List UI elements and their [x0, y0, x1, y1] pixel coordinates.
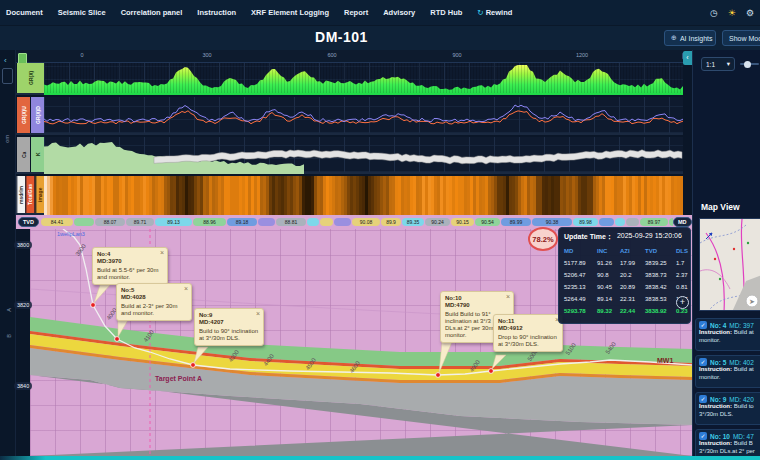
- zoom-ratio-select[interactable]: 1:1▾: [701, 57, 735, 71]
- survey-cell: 22.31: [620, 293, 645, 305]
- card-no: No: 10: [710, 433, 730, 440]
- tvd-ruler-segment: 90.15: [451, 218, 474, 226]
- menu-bar: DocumentSeismic SliceCorrelation panelIn…: [0, 0, 760, 26]
- instruction-callout[interactable]: ×No:5MD:4028Build at 2-3° per 30m and mo…: [116, 283, 192, 321]
- card-instruction: Instruction: Build at: [699, 329, 760, 337]
- menu-item-advisory[interactable]: Advisory: [383, 8, 415, 17]
- tvd-ruler-segment: [258, 218, 275, 226]
- collapse-panel-button[interactable]: ‹: [683, 51, 692, 65]
- callout-text: Drop to 90° inclination at 3°/30m DLS.: [498, 334, 558, 348]
- settings-gear-icon[interactable]: ⚙: [746, 8, 754, 18]
- track-label: Ca: [16, 137, 30, 172]
- scale-slider[interactable]: [740, 63, 759, 65]
- close-icon[interactable]: ×: [160, 250, 164, 256]
- menu-item-correlation-panel[interactable]: Correlation panel: [121, 8, 183, 17]
- track-label: GR(X)U: [16, 97, 30, 133]
- tvd-ruler-label: TVD: [18, 217, 39, 227]
- tvd-ruler-segment: 89.9: [381, 218, 401, 226]
- instruction-callout[interactable]: ×No:9MD:4207Build to 90° inclination at …: [194, 308, 264, 346]
- card-instruction2: monitor.: [699, 337, 760, 345]
- checkbox-checked[interactable]: ✓: [699, 321, 707, 329]
- update-time-label: Update Time：: [564, 232, 613, 242]
- checkbox-checked[interactable]: ✓: [699, 358, 707, 366]
- add-button[interactable]: +: [676, 296, 689, 309]
- tvd-ruler-segment: 89.18: [227, 218, 257, 226]
- card-md: MD: 397: [729, 322, 754, 329]
- checkbox-checked[interactable]: ✓: [699, 395, 707, 403]
- menu-item-rewind[interactable]: ↻Rewind: [477, 8, 512, 17]
- tvd-ruler-segment: 88.07: [95, 218, 125, 226]
- track-label: GR(X)D: [30, 97, 44, 133]
- instruction-card[interactable]: ✓No: 9MD: 420Instruction: Build to3°/30m…: [695, 392, 760, 425]
- track-ca-k[interactable]: CaK: [16, 137, 683, 174]
- update-panel: Update Time： 2025-09-29 15:20:06 MDINCAZ…: [558, 227, 691, 324]
- close-icon[interactable]: ×: [184, 286, 188, 292]
- show-mode-button[interactable]: Show Mode: [722, 30, 760, 46]
- callout-text: Build at 2-3° per 30m and monitor.: [121, 303, 187, 317]
- tvd-axis-label: 3800: [14, 241, 32, 249]
- left-marker-a: A: [6, 308, 12, 312]
- close-icon[interactable]: ×: [506, 294, 510, 300]
- tvd-ruler-segment: 90.38: [532, 218, 572, 226]
- checkbox-checked[interactable]: ✓: [699, 432, 707, 440]
- track-gamma[interactable]: GR(X): [16, 63, 683, 95]
- tvd-ruler-segments: 84.4188.0789.7189.1388.9689.1888.8190.08…: [41, 218, 673, 227]
- update-time-value: 2025-09-29 15:20:06: [617, 232, 682, 242]
- tvd-ruler-segment: [307, 218, 319, 226]
- tvd-ruler-segment: [599, 218, 614, 226]
- callout-text: Build at 5.5-6° per 30m and monitor.: [97, 267, 163, 281]
- card-row: ✓No: 4MD: 397: [699, 321, 760, 329]
- rewind-icon: ↻: [477, 8, 483, 17]
- survey-cell: 3838.73: [645, 269, 676, 281]
- app-screen: DocumentSeismic SliceCorrelation panelIn…: [0, 0, 760, 460]
- theme-sun-icon[interactable]: ☀: [728, 8, 736, 18]
- ai-insights-button[interactable]: ⊕AI Insights: [664, 30, 716, 46]
- instruction-callout[interactable]: ×No:11MD:4912Drop to 90° inclination at …: [493, 314, 563, 352]
- tvd-axis-label: 3840: [14, 382, 32, 390]
- survey-cell: 90.45: [597, 281, 620, 293]
- slider-knob[interactable]: [744, 61, 751, 68]
- completion-badge: 78.2%: [528, 227, 558, 251]
- card-no: No: 4: [710, 322, 726, 329]
- scale-tick: 600: [327, 52, 336, 58]
- tvd-ruler-segment: [74, 218, 94, 226]
- menu-item-instruction[interactable]: Instruction: [197, 8, 236, 17]
- tvd-ruler-segment: 90.24: [425, 218, 450, 226]
- instruction-card[interactable]: ✓No: 4MD: 397Instruction: Build atmonito…: [695, 318, 760, 351]
- close-icon[interactable]: ×: [256, 311, 260, 317]
- menu-item-xrf-element-logging[interactable]: XRF Element Logging: [251, 8, 329, 17]
- left-marker-b: B: [6, 334, 12, 338]
- title-bar: DM-101 ⊕AI Insights Show Mode: [0, 26, 760, 50]
- survey-cell: 22.44: [620, 305, 645, 317]
- survey-col-header: DLS: [676, 245, 690, 257]
- menu-item-seismic-slice[interactable]: Seismic Slice: [58, 8, 106, 17]
- survey-col-header: INC: [597, 245, 620, 257]
- tvd-ruler-segment: 89.99: [501, 218, 531, 226]
- instruction-callout[interactable]: ×No:4MD:3970Build at 5.5-6° per 30m and …: [92, 247, 168, 285]
- callout-header: No:9: [199, 312, 259, 319]
- card-instruction: Instruction: Build B: [699, 440, 760, 448]
- map-view-thumbnail[interactable]: ➤: [699, 218, 760, 311]
- survey-cell: 3838.42: [645, 281, 676, 293]
- track-totalgas-image[interactable]: msdrlmTotalGasimage: [16, 176, 683, 215]
- card-md: MD: 47: [733, 433, 754, 440]
- callout-md: MD:4207: [199, 319, 259, 326]
- card-md: MD: 420: [729, 396, 754, 403]
- tvd-ruler-segment: 90.08: [352, 218, 380, 226]
- well-end-label: MW1: [657, 357, 673, 364]
- card-instruction: Instruction: Build to: [699, 403, 760, 411]
- menu-item-report[interactable]: Report: [344, 8, 368, 17]
- left-panel-vtext: om: [4, 135, 10, 143]
- history-icon[interactable]: ◷: [710, 8, 718, 18]
- survey-cell: 1.7: [676, 257, 690, 269]
- menu-item-rtd-hub[interactable]: RTD Hub: [430, 8, 462, 17]
- track-label: TotalGas: [25, 176, 34, 213]
- left-collapsed-panel[interactable]: ‹ om A B: [0, 50, 16, 456]
- track-gr-curves[interactable]: GR(X)UGR(X)D: [16, 97, 683, 135]
- card-instruction: Instruction: Build at: [699, 366, 760, 374]
- card-row: ✓No: 9MD: 420: [699, 395, 760, 403]
- chevron-left-icon[interactable]: ‹: [4, 56, 7, 65]
- survey-cell: 3838.92: [645, 305, 676, 317]
- menu-item-document[interactable]: Document: [6, 8, 43, 17]
- instruction-card[interactable]: ✓No: 5MD: 402Instruction: Build atmonito…: [695, 355, 760, 388]
